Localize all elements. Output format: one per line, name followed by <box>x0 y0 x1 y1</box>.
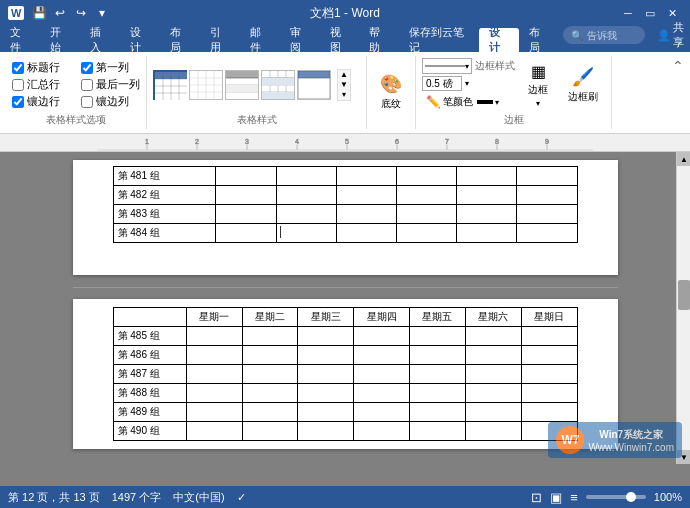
border-width-input[interactable] <box>422 76 462 91</box>
read-view-btn[interactable]: ▣ <box>550 490 562 505</box>
table-style-thumb-3[interactable] <box>225 70 259 100</box>
cell <box>517 167 577 186</box>
pen-color-btn[interactable]: ✏️ 笔颜色 ▾ <box>422 93 515 111</box>
checkbox-last-col[interactable]: 最后一列 <box>81 77 140 92</box>
pen-brush-icon: 🖌️ <box>572 66 594 88</box>
tab-table-layout[interactable]: 布局 <box>519 28 559 52</box>
cell <box>410 384 466 403</box>
checkbox-first-col[interactable]: 第一列 <box>81 60 140 75</box>
group-table-styles: ▲ ▼ ▾ 表格样式 <box>147 56 367 129</box>
vertical-scrollbar[interactable]: ▲ ▼ <box>676 152 690 464</box>
cell <box>216 205 276 224</box>
cell <box>465 365 521 384</box>
checkbox-header-row[interactable]: 标题行 <box>12 60 71 75</box>
cell <box>410 403 466 422</box>
watermark-line1: Win7系统之家 <box>588 428 674 442</box>
table-style-svg-4 <box>262 71 294 99</box>
border-btn[interactable]: ▦ 边框 ▾ <box>521 59 555 111</box>
customize-quick-btn[interactable]: ▾ <box>93 4 111 22</box>
svg-text:4: 4 <box>295 138 299 145</box>
ribbon-collapse-btn[interactable]: ⌃ <box>672 56 684 129</box>
header-sun: 星期日 <box>521 308 577 327</box>
page-info: 第 12 页，共 13 页 <box>8 490 100 505</box>
border-content: ▾ 边框样式 ▾ ✏️ 笔颜色 ▾ <box>422 58 605 111</box>
cell <box>186 327 242 346</box>
border-frame-btn[interactable]: ▾ <box>422 58 472 74</box>
table-style-svg-5 <box>298 71 330 99</box>
tab-file[interactable]: 文件 <box>0 28 40 52</box>
cell <box>465 422 521 441</box>
collapse-icon[interactable]: ⌃ <box>672 58 684 74</box>
table-style-thumb-1[interactable] <box>153 70 187 100</box>
table-style-scroll[interactable]: ▲ ▼ ▾ <box>337 69 351 101</box>
cell <box>465 327 521 346</box>
tab-home[interactable]: 开始 <box>40 28 80 52</box>
cell <box>242 384 298 403</box>
tab-mailings[interactable]: 邮件 <box>240 28 280 52</box>
watermark-line2: Www.Winwin7.com <box>588 442 674 453</box>
tab-view[interactable]: 视图 <box>320 28 360 52</box>
tab-cloud-save[interactable]: 保存到云笔记 <box>399 28 479 52</box>
cell <box>354 403 410 422</box>
language: 中文(中国) <box>173 490 224 505</box>
watermark-icon: W7 <box>556 426 584 454</box>
cell <box>354 327 410 346</box>
lower-page[interactable]: 星期一 星期二 星期三 星期四 星期五 星期六 星期日 第 485 组 <box>73 299 618 449</box>
header-sat: 星期六 <box>465 308 521 327</box>
cell <box>298 346 354 365</box>
zoom-thumb[interactable] <box>626 492 636 502</box>
table-row: 第 487 组 <box>113 365 577 384</box>
tab-design-doc[interactable]: 设计 <box>120 28 160 52</box>
pen-brush-btn[interactable]: 🖌️ 边框刷 <box>561 63 605 107</box>
table-style-thumb-4[interactable] <box>261 70 295 100</box>
svg-text:9: 9 <box>545 138 549 145</box>
scroll-thumb[interactable] <box>678 280 690 310</box>
table-style-options-content: 标题行 第一列 汇总行 最后一列 镶边行 镶边列 <box>12 58 140 111</box>
svg-text:6: 6 <box>395 138 399 145</box>
table-style-svg-1 <box>155 72 187 100</box>
cell <box>242 403 298 422</box>
search-box[interactable]: 🔍 <box>563 26 645 44</box>
cell <box>457 224 517 243</box>
table-style-thumb-5[interactable] <box>297 70 331 100</box>
search-input[interactable] <box>587 30 637 41</box>
tab-review[interactable]: 审阅 <box>280 28 320 52</box>
cell <box>396 205 456 224</box>
checkbox-banded-cols[interactable]: 镶边列 <box>81 94 140 109</box>
header-thu: 星期四 <box>354 308 410 327</box>
scroll-up-btn[interactable]: ▲ <box>677 152 690 166</box>
cell <box>298 422 354 441</box>
border-style-selector: ▾ 边框样式 ▾ ✏️ 笔颜色 ▾ <box>422 58 515 111</box>
tab-references[interactable]: 引用 <box>200 28 240 52</box>
tab-table-design[interactable]: 设计 <box>479 28 519 52</box>
checkbox-total-row[interactable]: 汇总行 <box>12 77 71 92</box>
redo-quick-btn[interactable]: ↪ <box>72 4 90 22</box>
window-title: 文档1 - Word <box>310 5 380 22</box>
tab-layout[interactable]: 布局 <box>160 28 200 52</box>
table-row: 第 485 组 <box>113 327 577 346</box>
cell <box>276 224 336 243</box>
web-view-btn[interactable]: ≡ <box>570 490 578 505</box>
shading-btn[interactable]: 🎨 底纹 <box>373 70 409 114</box>
cell <box>336 186 396 205</box>
ribbon-tabs: 文件 开始 插入 设计 布局 引用 邮件 审阅 视图 帮助 保存到云笔记 设计 … <box>0 26 690 52</box>
table-row: 第 483 组 <box>113 205 577 224</box>
undo-quick-btn[interactable]: ↩ <box>51 4 69 22</box>
cell <box>216 167 276 186</box>
zoom-slider[interactable] <box>586 495 646 499</box>
tab-help[interactable]: 帮助 <box>359 28 399 52</box>
save-quick-btn[interactable]: 💾 <box>30 4 48 22</box>
tab-right-buttons: 🔍 👤 共享 <box>559 18 690 52</box>
group-label-shading <box>373 125 409 127</box>
print-view-btn[interactable]: ⊡ <box>531 490 542 505</box>
checkbox-banded-rows[interactable]: 镶边行 <box>12 94 71 109</box>
scroll-track[interactable] <box>677 166 690 450</box>
cell <box>410 346 466 365</box>
cell <box>216 186 276 205</box>
table-style-thumb-2[interactable] <box>189 70 223 100</box>
lower-table: 星期一 星期二 星期三 星期四 星期五 星期六 星期日 第 485 组 <box>113 307 578 441</box>
page-break <box>73 285 618 289</box>
tab-insert[interactable]: 插入 <box>80 28 120 52</box>
share-btn[interactable]: 👤 共享 <box>651 18 690 52</box>
cell <box>517 224 577 243</box>
